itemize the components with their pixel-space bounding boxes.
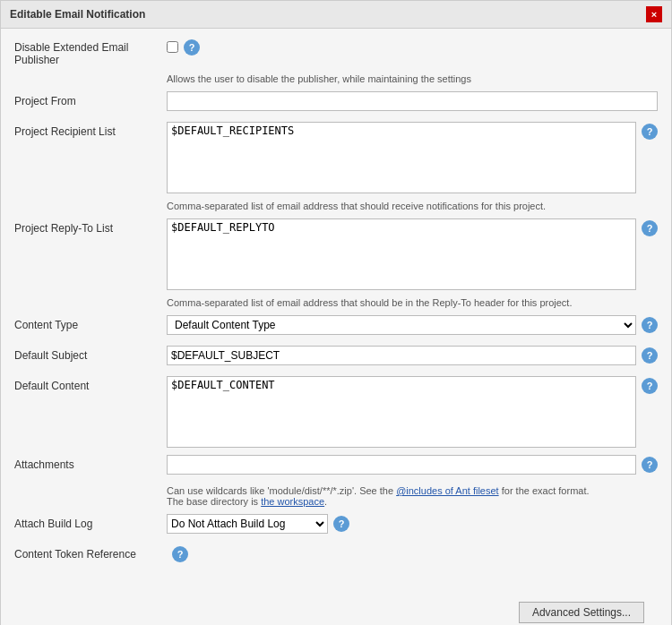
content-token-row: Content Token Reference ? xyxy=(14,544,658,568)
attachments-help-icon[interactable]: ? xyxy=(642,457,658,473)
close-button[interactable]: × xyxy=(646,6,662,22)
disable-label: Disable Extended Email Publisher xyxy=(14,38,167,66)
project-replyto-help-icon[interactable]: ? xyxy=(642,220,658,236)
project-from-control xyxy=(167,91,658,111)
project-from-label: Project From xyxy=(14,91,167,107)
attachments-hint-text1: Can use wildcards like 'module/dist/**/*… xyxy=(167,485,393,496)
default-subject-label: Default Subject xyxy=(14,346,167,362)
disable-control-wrap: ? xyxy=(167,38,658,56)
disable-checkbox[interactable] xyxy=(167,41,178,53)
disable-help-icon[interactable]: ? xyxy=(184,39,200,56)
content-type-select[interactable]: Default Content Type HTML Plain Text xyxy=(167,315,636,335)
project-from-row: Project From xyxy=(14,91,658,115)
attachments-hint-text3: The base directory is xyxy=(167,496,258,507)
attachments-input[interactable] xyxy=(167,455,636,475)
attachments-link1[interactable]: @includes of Ant fileset xyxy=(396,485,499,496)
content-type-control: Default Content Type HTML Plain Text ? xyxy=(167,315,658,335)
attachments-hint-text2: for the exact format. xyxy=(502,485,590,496)
form-body: Disable Extended Email Publisher ? Allow… xyxy=(1,29,671,584)
attach-log-label: Attach Build Log xyxy=(14,514,167,530)
attach-log-row: Attach Build Log Do Not Attach Build Log… xyxy=(14,514,658,537)
default-content-row: Default Content $DEFAULT_CONTENT ? xyxy=(14,376,658,448)
content-type-label: Content Type xyxy=(14,315,167,331)
project-recipient-label: Project Recipient List xyxy=(14,122,167,138)
default-subject-help-icon[interactable]: ? xyxy=(642,347,658,364)
attachments-label: Attachments xyxy=(14,455,167,471)
disable-hint: Allows the user to disable the publisher… xyxy=(167,73,658,84)
project-from-input[interactable] xyxy=(167,91,658,111)
project-replyto-label: Project Reply-To List xyxy=(14,218,167,235)
advanced-settings-button[interactable]: Advanced Settings... xyxy=(519,602,644,623)
email-notification-panel: Editable Email Notification × Disable Ex… xyxy=(0,0,672,625)
default-content-help-icon[interactable]: ? xyxy=(642,378,658,394)
attach-log-control: Do Not Attach Build Log Attach Build Log… xyxy=(167,514,658,534)
attachments-hint-text4: . xyxy=(324,496,327,507)
project-replyto-row: Project Reply-To List $DEFAULT_REPLYTO ? xyxy=(14,218,658,290)
content-token-help-icon[interactable]: ? xyxy=(172,546,188,562)
project-replyto-hint: Comma-separated list of email address th… xyxy=(167,297,658,308)
default-subject-input[interactable] xyxy=(167,346,636,365)
default-subject-row: Default Subject ? xyxy=(14,346,658,369)
project-replyto-control: $DEFAULT_REPLYTO ? xyxy=(167,218,658,290)
attach-log-select[interactable]: Do Not Attach Build Log Attach Build Log… xyxy=(167,514,328,534)
default-content-textarea[interactable]: $DEFAULT_CONTENT xyxy=(167,376,636,448)
project-recipient-control: $DEFAULT_RECIPIENTS ? xyxy=(167,122,658,193)
default-content-label: Default Content xyxy=(14,376,167,392)
default-content-control: $DEFAULT_CONTENT ? xyxy=(167,376,658,448)
project-recipient-help-icon[interactable]: ? xyxy=(642,124,658,140)
project-recipient-hint: Comma-separated list of email address th… xyxy=(167,201,658,211)
attachments-row: Attachments ? xyxy=(14,455,658,478)
content-token-control: ? xyxy=(167,544,658,562)
project-replyto-textarea[interactable]: $DEFAULT_REPLYTO xyxy=(167,218,636,290)
panel-header: Editable Email Notification × xyxy=(1,1,671,29)
attachments-link2[interactable]: the workspace xyxy=(261,496,324,507)
attachments-hint: Can use wildcards like 'module/dist/**/*… xyxy=(167,485,658,507)
disable-row: Disable Extended Email Publisher ? xyxy=(14,38,658,66)
content-type-help-icon[interactable]: ? xyxy=(642,317,658,333)
content-type-row: Content Type Default Content Type HTML P… xyxy=(14,315,658,338)
project-recipient-row: Project Recipient List $DEFAULT_RECIPIEN… xyxy=(14,122,658,193)
content-token-label: Content Token Reference xyxy=(14,544,167,561)
default-subject-control: ? xyxy=(167,346,658,365)
project-recipient-textarea[interactable]: $DEFAULT_RECIPIENTS xyxy=(167,122,636,193)
footer-row: Advanced Settings... xyxy=(1,593,671,625)
panel-title: Editable Email Notification xyxy=(10,8,145,21)
attach-log-help-icon[interactable]: ? xyxy=(333,516,349,532)
attachments-control: ? xyxy=(167,455,658,475)
